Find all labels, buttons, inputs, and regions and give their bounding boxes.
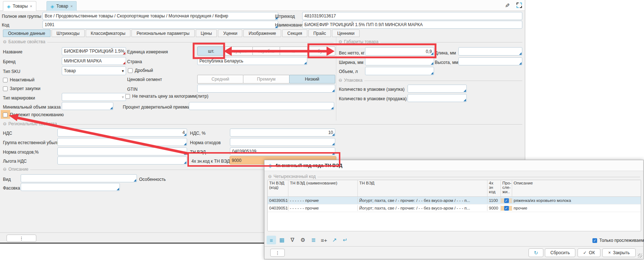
pane-divider [336,37,336,121]
height-input[interactable] [458,57,522,65]
packing-input[interactable] [21,183,120,191]
unit-korobka[interactable]: коробка [252,46,280,56]
list-view-icon[interactable]: ≡ [267,236,276,244]
net-weight-label: Вес нетто, кг [339,50,365,56]
qty-purchase-input[interactable] [408,85,467,93]
add-rows-icon[interactable]: ≡+ [319,236,329,244]
tab-prays[interactable]: Прайс [308,29,331,37]
row-traceable-checkbox[interactable]: ✓ [504,198,509,203]
expand-icon[interactable] [517,3,522,8]
table-row[interactable]: 0403905109 - - - - - - прочие Йогурт; па… [268,197,641,204]
kind-input[interactable] [21,174,137,182]
collapse-icon[interactable]: ⊖ [339,39,342,44]
col-header-description[interactable]: Описание [512,180,641,196]
tab-close-icon[interactable]: × [70,4,73,8]
qty-sale-input[interactable] [408,94,467,102]
col-header-code4[interactable]: 4х зн код [487,180,501,196]
vat-label: НДС [3,131,12,136]
width-input[interactable] [365,57,434,65]
brand-input[interactable]: МИНСКАЯ МАРКА [62,57,126,65]
tab-shtrihkody[interactable]: Штрихкоды [52,29,85,37]
sku-type-select[interactable]: Товар ▾ [62,66,126,75]
collapse-icon[interactable]: ⊖ [339,78,342,83]
unit-but[interactable]: бут. [307,46,335,56]
packing-label: Фасовка [3,186,20,191]
loss-group-input[interactable] [57,138,187,146]
external-link-icon[interactable]: ↗ [330,236,339,244]
trust-percent-input[interactable] [189,102,334,110]
unit-portsiya[interactable]: порция. [225,46,253,56]
vat-pct-input[interactable]: 10 [230,129,335,137]
reset-button[interactable]: Сбросить [545,248,575,257]
collapse-icon[interactable]: ⊖ [3,39,7,44]
gear-icon[interactable]: ⚙ [298,236,308,244]
tab-izobrazhenie[interactable]: Изображение [243,29,281,37]
table-row[interactable]: 0403905109 - - - - - - прочие Йогурт; па… [268,204,641,212]
tab-tovary[interactable]: ◈ Товары × [3,1,36,11]
tab-sektsiya[interactable]: Секция [282,29,307,37]
tnved-input[interactable]: 0403905109 [230,147,335,155]
dialog-menu-button[interactable]: ⋮ [270,249,285,257]
collapse-icon[interactable]: ⊖ [3,121,7,126]
code-input[interactable]: 1091 [42,21,278,29]
col-header-tnved-code[interactable]: ТН ВЭД (код) [268,180,288,196]
col-header-traceable[interactable]: Про- сле- жи.. [501,180,512,196]
row-traceable-checkbox[interactable]: ✓ [504,206,509,211]
no-kilo-price-checkbox[interactable] [125,94,130,99]
col-header-tnved[interactable]: ТН ВЭД [358,180,487,196]
full-group-input[interactable]: Все / Продовольственные товары / Скоропо… [42,12,278,20]
inactive-checkbox[interactable] [3,78,8,82]
volume-input[interactable] [365,67,434,75]
check-icon: ✓ [505,199,508,203]
qty-sale-label: Количество в упаковке (продажа) [339,96,406,101]
close-button[interactable]: × Закрыть [602,248,636,257]
tab-klassifikatory[interactable]: Классификаторы [86,29,130,37]
only-traceable-checkbox[interactable]: ✓ [592,238,597,243]
segment-nizkiy[interactable]: Низкий [289,75,335,84]
collapse-icon[interactable]: ⊖ [268,174,272,179]
min-order-input[interactable] [62,102,113,110]
resize-grip[interactable] [638,253,642,258]
ok-button[interactable]: ✓ ОК [578,248,600,257]
vat-input[interactable]: 4 [57,129,187,137]
tab-close-icon[interactable]: × [30,4,32,8]
tab-tseny[interactable]: Цены [196,29,217,37]
traceable-checkbox[interactable] [3,113,8,117]
tab-osnovnye-dannye[interactable]: Основные данные [3,29,50,37]
edit-icon[interactable]: ✎ [505,2,510,9]
fractional-checkbox[interactable] [128,68,133,73]
tab-utsenki[interactable]: Уценки [218,29,242,37]
return-icon[interactable]: ↵ [340,236,350,244]
vat-benefit-input[interactable] [57,157,187,164]
length-input[interactable] [458,47,522,56]
waste-pct-input[interactable] [57,147,187,155]
unit-sht[interactable]: шт. [197,46,225,56]
tab-tovar[interactable]: ◈ Товар × [46,1,77,11]
refresh-button[interactable]: ↻ [528,248,543,257]
window-menu-button[interactable]: ⋮ [7,235,36,242]
tab-regionalnye-parametry[interactable]: Региональные параметры [131,29,195,37]
filter-icon[interactable]: ∇ [288,236,297,244]
feature-label: Особенность [139,177,166,182]
item-diamond-icon: ◈ [50,4,54,9]
marking-type-select[interactable]: ▾ [62,93,126,101]
gtin-input[interactable] [197,85,335,93]
product-name-input[interactable]: БИОКЕФИР ТРОИЦКИЙ 1.5% П [62,47,126,55]
waste-input[interactable] [230,138,335,146]
segment-sredniy[interactable]: Средний [197,75,243,84]
marking-type-label: Тип маркировки [3,96,35,101]
collapse-icon[interactable]: ⊖ [3,167,7,172]
vat-pct-label: НДС, % [190,131,206,136]
segment-premium[interactable]: Премиум [243,75,289,84]
group-dimensions: ⊖ Габариты товара [339,39,522,44]
tab-tsenniki[interactable]: Ценники [332,29,359,37]
unit-kg[interactable]: кг [280,46,308,56]
no-purchase-checkbox[interactable] [3,86,8,91]
country-input[interactable]: Республика Беларусь [197,57,307,65]
name-input[interactable]: БИОКЕФИР ТРОИЦКИЙ 1.5% П/П 0.9Л МИНСКАЯ … [302,21,522,29]
grid-view-icon[interactable]: ▦ [277,236,287,244]
col-header-tnved-name[interactable]: ТН ВЭД (наименование) [288,180,358,196]
net-weight-input[interactable]: 0,9 [365,47,434,56]
barcode-input[interactable]: 4810319013617 [302,12,522,20]
numbered-list-icon[interactable]: ≣ [309,236,318,244]
